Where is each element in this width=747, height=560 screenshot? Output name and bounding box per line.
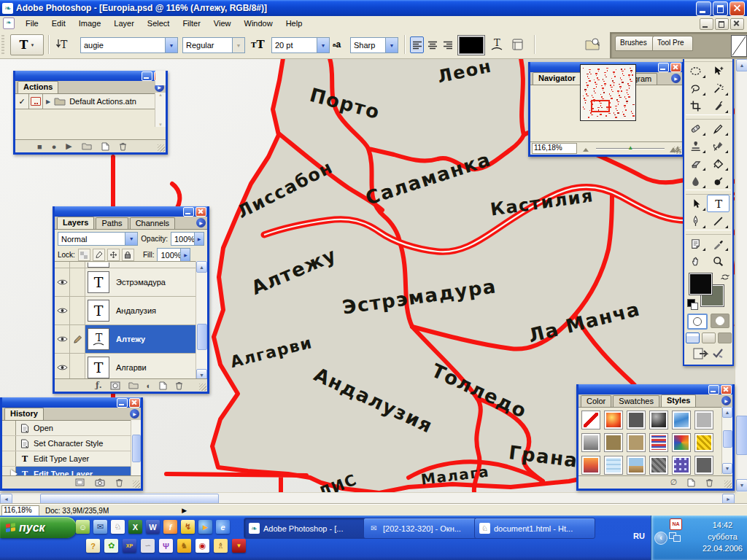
tool-crop[interactable] bbox=[684, 97, 707, 114]
history-state[interactable]: Open bbox=[2, 421, 141, 436]
align-center-button[interactable] bbox=[425, 36, 439, 53]
clear-style-button[interactable]: ∅ bbox=[670, 478, 677, 487]
resize-grip[interactable] bbox=[158, 144, 165, 152]
resize-grip[interactable] bbox=[674, 147, 681, 154]
palette-close-button[interactable] bbox=[129, 398, 140, 408]
lock-pixels-toggle[interactable] bbox=[93, 249, 105, 261]
quicklaunch-disc[interactable]: ◉ bbox=[196, 539, 209, 553]
style-swatch[interactable] bbox=[649, 456, 668, 475]
scroll-right-button[interactable]: ► bbox=[722, 494, 735, 505]
menu-layer[interactable]: Layer bbox=[107, 18, 141, 29]
quicklaunch-outlook[interactable]: ✉ bbox=[93, 520, 107, 534]
opacity-field[interactable]: 100% ▶ bbox=[171, 232, 204, 246]
visibility-toggle[interactable] bbox=[55, 297, 70, 324]
scroll-thumb[interactable] bbox=[197, 324, 207, 350]
palette-minimize-button[interactable] bbox=[142, 71, 152, 81]
quicklaunch-robot[interactable]: ♗ bbox=[214, 539, 228, 553]
expand-arrow-icon[interactable]: ▶ bbox=[46, 98, 50, 105]
scroll-left-button[interactable]: ◄ bbox=[0, 494, 12, 505]
add-mask-icon[interactable] bbox=[110, 381, 120, 390]
jump-to-imageready-icon[interactable] bbox=[692, 346, 711, 361]
history-source-cell[interactable] bbox=[2, 436, 16, 451]
quicklaunch-tool[interactable]: ∽ bbox=[141, 539, 155, 553]
quicklaunch-word[interactable]: W bbox=[146, 520, 160, 534]
close-button[interactable] bbox=[729, 1, 745, 16]
scroll-up-button[interactable]: ▲ bbox=[736, 59, 747, 71]
tool-history-brush[interactable] bbox=[707, 137, 729, 155]
tray-na-icon[interactable]: NA bbox=[670, 518, 682, 530]
tool-blur[interactable] bbox=[684, 172, 707, 190]
actions-title-bar[interactable] bbox=[15, 71, 166, 81]
link-cell[interactable] bbox=[70, 297, 85, 324]
tool-eraser[interactable] bbox=[684, 155, 707, 172]
action-set-name[interactable]: Default Actions.atn bbox=[69, 97, 136, 106]
palette-close-button[interactable] bbox=[721, 385, 732, 394]
style-swatch[interactable] bbox=[627, 433, 646, 452]
tool-pen[interactable] bbox=[684, 212, 707, 230]
start-button[interactable]: пуск bbox=[0, 517, 77, 538]
resize-grip[interactable] bbox=[724, 481, 732, 488]
default-colors-icon[interactable] bbox=[687, 299, 695, 307]
font-size-select[interactable]: 20 pt ▼ bbox=[271, 37, 330, 53]
scroll-up-button[interactable]: ▲ bbox=[722, 407, 732, 418]
quicklaunch-excel[interactable]: X bbox=[128, 520, 142, 534]
blend-mode-select[interactable]: Normal ▼ bbox=[58, 232, 138, 246]
layer-row[interactable]: T Андалузия bbox=[55, 297, 196, 325]
layer-name[interactable]: Эстрэмадура bbox=[112, 268, 196, 296]
doc-restore-button[interactable] bbox=[715, 18, 729, 30]
palette-close-button[interactable] bbox=[196, 207, 206, 217]
style-swatch[interactable] bbox=[672, 456, 691, 475]
tool-pencil[interactable] bbox=[707, 120, 729, 137]
history-source-cell[interactable] bbox=[2, 421, 16, 435]
vertical-scrollbar[interactable]: ▲ ▼ bbox=[735, 58, 747, 492]
layer-name[interactable]: Алтежу bbox=[112, 325, 196, 353]
foreground-color-swatch[interactable] bbox=[689, 273, 712, 295]
vertical-scroll-thumb[interactable] bbox=[736, 416, 747, 455]
current-tool-button[interactable]: T ▼ bbox=[10, 34, 44, 55]
layer-row[interactable]: T Эстрэмадура bbox=[55, 268, 196, 297]
tab-channels[interactable]: Channels bbox=[130, 217, 175, 229]
style-swatch[interactable] bbox=[649, 411, 668, 429]
tool-elliptical-marquee[interactable] bbox=[684, 62, 707, 79]
action-check-toggle[interactable]: ✓ bbox=[15, 94, 29, 109]
anti-alias-select[interactable]: Sharp ▼ bbox=[350, 37, 398, 53]
quicklaunch-icq[interactable]: ✿ bbox=[104, 539, 118, 553]
font-family-select[interactable]: augie ▼ bbox=[80, 37, 178, 53]
adjustment-layer-button[interactable]: ◐ bbox=[147, 381, 152, 390]
quicklaunch-elephant[interactable]: ♞ bbox=[177, 539, 191, 553]
task-document1[interactable]: ♘ document1.html - Ht... bbox=[474, 518, 595, 539]
imageready-check-icon[interactable] bbox=[711, 346, 724, 359]
style-swatch[interactable] bbox=[694, 456, 713, 475]
history-title-bar[interactable] bbox=[2, 397, 141, 408]
layer-row[interactable]: T Алгарви bbox=[55, 354, 196, 381]
new-action-icon[interactable] bbox=[101, 142, 109, 151]
quicklaunch-editor[interactable]: ♘ bbox=[111, 520, 125, 534]
tool-hand[interactable] bbox=[684, 252, 707, 270]
tab-tool-presets[interactable]: Tool Pre bbox=[652, 36, 693, 51]
lock-transparency-toggle[interactable] bbox=[78, 249, 90, 261]
quicklaunch-paint[interactable]: Ψ bbox=[159, 539, 173, 553]
new-document-from-state-icon[interactable] bbox=[75, 478, 85, 486]
tool-burn[interactable] bbox=[707, 172, 729, 190]
palette-menu-button[interactable]: ▶ bbox=[671, 74, 681, 83]
record-button[interactable]: ● bbox=[52, 142, 57, 151]
style-swatch[interactable] bbox=[627, 456, 646, 475]
tool-paint-bucket[interactable] bbox=[707, 155, 729, 172]
lock-all-toggle[interactable] bbox=[122, 249, 134, 261]
tab-history[interactable]: History bbox=[4, 408, 44, 420]
palette-minimize-button[interactable] bbox=[708, 385, 719, 394]
tool-slice[interactable] bbox=[707, 97, 729, 114]
style-swatch[interactable] bbox=[672, 411, 691, 429]
tool-type[interactable]: T bbox=[707, 195, 729, 212]
language-indicator[interactable]: RU bbox=[633, 532, 645, 540]
tool-notes[interactable] bbox=[684, 235, 707, 252]
horizontal-scroll-thumb[interactable] bbox=[40, 494, 219, 505]
tool-clone-stamp[interactable] bbox=[684, 137, 707, 155]
scroll-thumb[interactable] bbox=[132, 435, 141, 462]
new-snapshot-icon[interactable] bbox=[95, 478, 105, 486]
quicklaunch-firefox[interactable]: f bbox=[163, 520, 177, 534]
resize-grip[interactable] bbox=[133, 481, 140, 488]
menu-help[interactable]: Help bbox=[279, 18, 309, 29]
status-menu-arrow[interactable]: ▶ bbox=[182, 507, 187, 514]
menu-window[interactable]: Window bbox=[238, 18, 279, 29]
